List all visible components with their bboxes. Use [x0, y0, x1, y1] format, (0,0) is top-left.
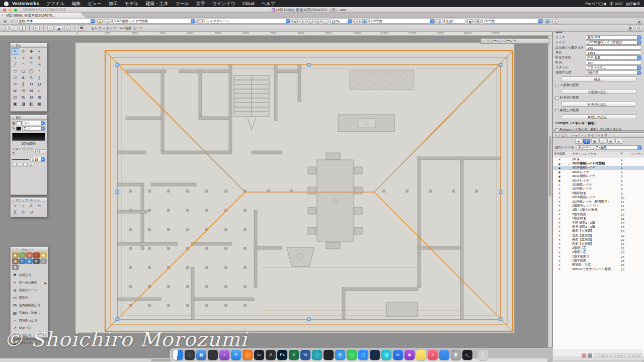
drop-shadow-toggle-icon[interactable]: ▾ [35, 149, 40, 153]
gradient-preview[interactable] [12, 133, 45, 141]
zoom-in-icon[interactable]: ⊕ [315, 19, 320, 24]
dims-notes-category[interactable]: ✎ [19, 258, 26, 264]
dock-icon-zoom[interactable]: ▢ [358, 350, 368, 360]
energos-checkbox[interactable] [555, 128, 558, 131]
fillet-tool[interactable]: ⊞ [35, 94, 43, 101]
toolset-palette-header[interactable]: ×ツールセット [11, 247, 48, 251]
fill-swatch[interactable] [17, 121, 22, 125]
rotate-view-icon[interactable]: ⟲ [437, 19, 442, 24]
oval-tool[interactable]: ◯ [27, 68, 35, 74]
layer-row-27[interactable]: ✕455mmで全モジュール範囲…27 [553, 267, 644, 271]
layer-hidden-icon[interactable]: ✕ [553, 230, 566, 233]
polygon-marquee-mode-icon[interactable]: ⬡ [64, 25, 71, 31]
saved-views-menu-icon[interactable]: ▾ [300, 19, 305, 24]
roof-category[interactable]: ⌂ [33, 252, 40, 258]
slab-tool[interactable]: ⊔ [35, 81, 43, 87]
mode-list-icon[interactable]: ≣ [635, 25, 642, 31]
menu-item-建築・土木[interactable]: 建築・土木 [142, 1, 172, 6]
layer-visible-icon[interactable]: ◉ [553, 179, 566, 182]
pen-icon[interactable]: ✎ [12, 127, 15, 131]
pen-tool[interactable]: ✎ [27, 74, 35, 81]
layer-hidden-icon[interactable]: ✕ [553, 204, 566, 207]
freehand-tool[interactable]: ∿ [35, 61, 43, 68]
symmetry-marker-tool[interactable]: ⇔対称図示記号 [11, 317, 48, 324]
eyedropper-tool[interactable]: ⚲ [35, 55, 43, 61]
fill-bucket-icon[interactable]: ▨ [12, 121, 16, 125]
pillar-tool[interactable]: ⊓ [27, 81, 35, 87]
zoom-out-icon[interactable]: ⊖ [307, 19, 313, 24]
layer-hidden-icon[interactable]: ✕ [553, 217, 566, 220]
selection-handle[interactable] [499, 191, 502, 194]
reference-marker-tool[interactable]: ⚑参照記号 [11, 272, 48, 279]
layer-hidden-icon[interactable]: ✕ [553, 221, 566, 224]
coincident-section-tool[interactable]: ⌖同一点上断面▶ [11, 279, 48, 287]
apple-menu-icon[interactable] [4, 2, 9, 6]
view-rotation-field[interactable]: 0.00° [444, 19, 465, 24]
callout-tool[interactable]: ▤引出線・吹出し [11, 309, 48, 317]
marquee-mode-icon[interactable]: ▭ [47, 25, 54, 31]
option-checkbox[interactable] [555, 84, 558, 87]
dock-icon-finder[interactable] [173, 350, 183, 360]
machine-design-category[interactable]: ⚙ [33, 258, 40, 264]
interior-elevation-marker-tool[interactable]: ◳室内展開図記号 [11, 302, 48, 309]
delete-vertex-tool[interactable]: ✕ [27, 55, 35, 61]
grid-snap-icon[interactable]: ⌗ [11, 203, 19, 209]
dock-icon-trash[interactable]: ▯ [478, 350, 488, 360]
snap-grid-toggle-icon[interactable]: ▦ [627, 25, 633, 31]
layer-hidden-icon[interactable]: ✕ [553, 158, 566, 161]
multi-object-mode-icon[interactable]: ∥ [19, 25, 26, 31]
menu-item-Cloud[interactable]: Cloud [239, 1, 258, 6]
resource-manager-close-icon[interactable]: × [482, 39, 485, 42]
line-weight-select[interactable]: 0.18▾ [30, 157, 45, 162]
kitchen-island[interactable] [338, 115, 394, 132]
pan-tool[interactable]: ✥ [27, 48, 35, 55]
dock-icon-files[interactable] [439, 350, 449, 360]
line-tool[interactable]: ╱ [11, 61, 19, 68]
quarter-arc-tool[interactable]: ⌒ [27, 61, 35, 68]
zoom-window-button[interactable] [14, 9, 17, 12]
basic-palette-header[interactable]: ×基本 [11, 43, 47, 48]
move-tool[interactable]: ⇄ [11, 87, 19, 94]
layer-plane-icon[interactable]: ⇱ [197, 19, 203, 24]
layer-hidden-icon[interactable]: ✕ [553, 267, 566, 270]
drawing-border-tool[interactable]: ▭図面枠 [11, 294, 48, 302]
rounded-rectangle-tool[interactable]: ▢ [19, 68, 27, 74]
layer-hidden-icon[interactable]: ✕ [553, 213, 566, 216]
render-mode-select[interactable]: 2D平面▾ [482, 19, 543, 24]
layer-hidden-icon[interactable]: ✕ [553, 200, 566, 203]
active-plane-select[interactable]: レイヤプレーン▾ [205, 19, 290, 24]
line-style-icon[interactable]: — [12, 163, 17, 167]
dock-icon-whatsapp[interactable] [347, 350, 357, 360]
angle-snap-icon[interactable]: ∠ [27, 203, 35, 209]
building-category[interactable]: ◆ [12, 252, 19, 258]
menu-item-加工[interactable]: 加工 [105, 1, 121, 6]
sheet-mode-icon[interactable]: ⬚ [599, 139, 606, 144]
selection-handle[interactable] [307, 318, 310, 321]
field-select[interactable]: 0個の壁▾ [586, 70, 641, 75]
section-tool[interactable]: ◧ [27, 101, 35, 107]
dock-icon-affinity[interactable] [370, 350, 380, 360]
layer-hidden-icon[interactable]: ✕ [553, 263, 566, 266]
components-button[interactable]: 構成... [561, 76, 636, 81]
layer-visible-icon[interactable]: ◉ [553, 170, 566, 173]
back-view-icon[interactable]: ◀ [2, 19, 8, 24]
furnishing-category[interactable]: ▣ [40, 252, 47, 258]
selection-handle[interactable] [307, 63, 310, 66]
layer-hidden-icon[interactable]: ✕ [553, 209, 566, 212]
layer-hidden-icon[interactable]: ✕ [553, 251, 566, 254]
selection-tool[interactable]: ↖ [11, 48, 19, 55]
dock-icon-excel[interactable]: X [289, 350, 299, 360]
field-select[interactable]: 水平-垂直▾ [586, 55, 641, 60]
energos-checkbox-row[interactable]: Energos（エネルギー解析）の計算に含める [553, 126, 644, 132]
layer-hidden-icon[interactable]: ✕ [553, 246, 566, 249]
selection-handle[interactable] [499, 318, 502, 321]
class-mode-icon[interactable]: ▦ [591, 139, 598, 144]
lasso-tool[interactable]: ⟐ [19, 48, 27, 55]
menu-item-ビュー[interactable]: ビュー [84, 1, 105, 6]
dock-icon-launchpad[interactable]: ▦ [196, 350, 206, 360]
dock-icon-settings[interactable]: ✱ [451, 350, 461, 360]
clip-tool[interactable]: ◫ [11, 94, 19, 101]
minimize-window-button[interactable] [9, 9, 12, 12]
forward-view-icon[interactable]: ▶ [10, 19, 15, 24]
back-icon[interactable]: ◄ [575, 139, 582, 144]
